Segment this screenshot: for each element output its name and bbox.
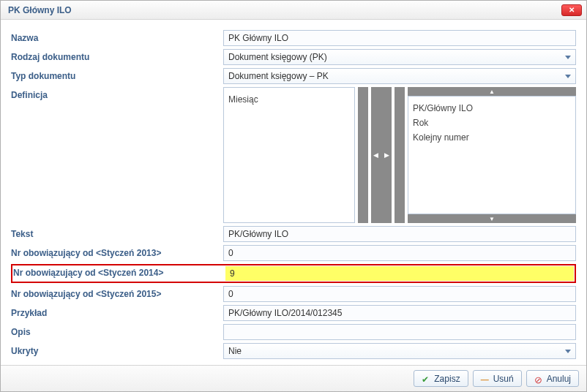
move-left-button[interactable]: ◀ [371, 140, 381, 170]
anuluj-label: Anuluj [547, 374, 571, 384]
list-item[interactable]: Kolejny numer [413, 130, 571, 145]
definicja-right-list[interactable]: PK/Główny ILO Rok Kolejny numer [408, 96, 576, 214]
tekst-input[interactable] [223, 226, 576, 242]
move-down-button[interactable]: ▼ [408, 214, 576, 223]
move-up-button[interactable]: ▲ [408, 87, 576, 96]
titlebar: PK Główny ILO ✕ [1, 1, 586, 20]
move-buttons: ◀ ▶ [371, 87, 392, 223]
close-button[interactable]: ✕ [561, 4, 582, 16]
label-nr2014: Nr obowiązujący od <Styczeń 2014> [13, 266, 225, 278]
list-item[interactable]: Miesiąc [228, 92, 350, 107]
definicja-left-list[interactable]: Miesiąc [223, 87, 355, 223]
przyklad-value: PK/Główny ILO/2014/012345 [223, 305, 576, 321]
highlighted-row: Nr obowiązujący od <Styczeń 2014> [11, 264, 576, 283]
window-title: PK Główny ILO [8, 5, 561, 15]
opis-input[interactable] [223, 324, 576, 340]
rodzaj-value: Dokument księgowy (PK) [228, 52, 327, 62]
nr2014-input[interactable] [225, 266, 574, 281]
check-icon [422, 374, 430, 383]
splitter-left[interactable] [358, 87, 368, 223]
list-item[interactable]: Rok [413, 116, 571, 130]
splitter-right[interactable] [395, 87, 405, 223]
form-content: Nazwa Rodzaj dokumentu Dokument księgowy… [1, 20, 586, 369]
zapisz-button[interactable]: Zapisz [414, 370, 468, 387]
chevron-down-icon [565, 350, 571, 353]
typ-select[interactable]: Dokument księgowy – PK [223, 68, 576, 84]
nr2013-input[interactable] [223, 245, 576, 261]
move-right-button[interactable]: ▶ [382, 140, 392, 170]
typ-value: Dokument księgowy – PK [228, 71, 329, 81]
chevron-down-icon [565, 56, 571, 59]
definicja-area: Miesiąc ◀ ▶ ▲ PK/Główny ILO Rok [223, 87, 576, 223]
usun-button[interactable]: Usuń [473, 370, 522, 387]
label-typ: Typ dokumentu [11, 68, 223, 81]
chevron-down-icon [565, 75, 571, 78]
label-nr2015: Nr obowiązujący od <Styczeń 2015> [11, 286, 223, 299]
zapisz-label: Zapisz [434, 374, 460, 384]
label-ukryty: Ukryty [11, 343, 223, 356]
label-nazwa: Nazwa [11, 30, 223, 43]
usun-label: Usuń [493, 374, 514, 384]
label-rodzaj: Rodzaj dokumentu [11, 49, 223, 62]
label-opis: Opis [11, 324, 223, 337]
nr2015-input[interactable] [223, 286, 576, 302]
label-tekst: Tekst [11, 226, 223, 239]
cancel-icon [534, 374, 543, 383]
rodzaj-select[interactable]: Dokument księgowy (PK) [223, 49, 576, 65]
minus-icon [481, 374, 490, 383]
label-definicja: Definicja [11, 87, 223, 100]
nazwa-input[interactable] [223, 30, 576, 46]
label-nr2013: Nr obowiązujący od <Styczeń 2013> [11, 245, 223, 258]
footer: Zapisz Usuń Anuluj [1, 365, 586, 391]
label-przyklad: Przykład [11, 305, 223, 318]
ukryty-value: Nie [228, 346, 242, 356]
ukryty-select[interactable]: Nie [223, 343, 576, 359]
list-item[interactable]: PK/Główny ILO [413, 101, 571, 116]
anuluj-button[interactable]: Anuluj [526, 370, 579, 387]
